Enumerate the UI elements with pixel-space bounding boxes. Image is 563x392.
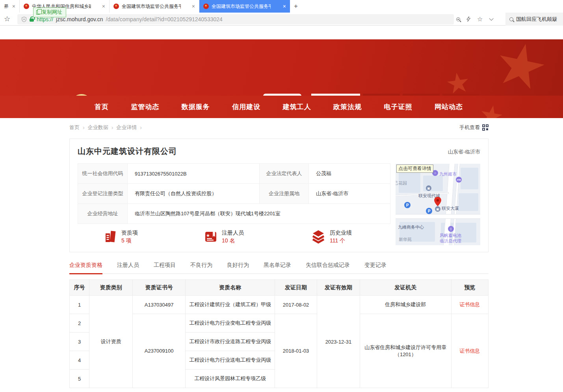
search-tab-project[interactable]: 建设项目 — [403, 94, 440, 96]
stat-history-performance[interactable]: 历史业绩 111 个 — [311, 229, 352, 244]
cert-no-cell: A137030497 — [133, 296, 185, 314]
col-seq: 序号 — [70, 280, 89, 296]
chevron-down-icon[interactable] — [489, 16, 494, 20]
browser-tab-active[interactable]: 全国建筑市场监管公共服务平台 × — [199, 0, 290, 13]
nav-item-data-service[interactable]: 数据服务 — [182, 102, 210, 111]
issue-date-cell: 2017-08-02 — [275, 296, 317, 314]
tab-good-behavior[interactable]: 良好行为 — [227, 262, 249, 274]
nav-item-certificate[interactable]: 电子证照 — [384, 102, 412, 111]
browser-tab-0[interactable]: 界 × — [0, 0, 20, 13]
tab-projects[interactable]: 工程项目 — [154, 262, 176, 274]
flag-star-decoration: ★ — [488, 39, 554, 96]
tab-qualifications[interactable]: 企业资质资格 — [69, 262, 102, 274]
cert-no-cell: A237009100 — [133, 314, 185, 388]
building-marker-icon: ▣ — [426, 185, 431, 191]
nav-item-policy[interactable]: 政策法规 — [333, 102, 362, 111]
breadcrumb-separator: › — [111, 124, 113, 131]
close-icon[interactable]: × — [12, 3, 15, 9]
breadcrumb-company-data[interactable]: 企业数据 — [88, 124, 108, 131]
authority-cell: 住房和城乡建设部 — [360, 296, 452, 314]
legal-representative-value: 公茂福 — [309, 164, 390, 184]
nav-item-workers[interactable]: 建筑工人 — [283, 102, 311, 111]
qual-name-cell: 工程设计市政行业道路工程专业丙级 — [185, 333, 275, 351]
search-tab-enterprise[interactable]: 建设工程企业 — [311, 94, 360, 96]
close-icon[interactable]: × — [192, 3, 195, 9]
nav-item-site-news[interactable]: 网站动态 — [435, 102, 463, 111]
stat-registered-personnel[interactable]: ★ 注册人员 10 名 — [204, 229, 244, 244]
business-address-value: 临沂市兰山区陶然路107号星河晶都（联安）现代城1号楼2201室 — [128, 204, 390, 224]
close-icon[interactable]: × — [102, 3, 105, 9]
map-label: 风帆蓄电池 — [440, 233, 461, 239]
tab-blacklist[interactable]: 黑名单记录 — [264, 262, 291, 274]
company-info-table: 统一社会信用代码 91371302675501022B 企业法定代表人 公茂福 … — [78, 163, 390, 224]
tab-title: 全国建筑市场监管公共服务平台 — [212, 3, 271, 10]
parking-icon: P — [426, 208, 432, 214]
qr-code — [263, 94, 301, 96]
breadcrumb: 首页 › 企业数据 › 企业详情 › — [69, 124, 142, 131]
field-label: 统一社会信用代码 — [78, 164, 128, 184]
qual-name-cell: 工程设计电力行业变电工程专业丙级 — [185, 314, 275, 333]
nav-item-home[interactable]: 首页 — [95, 102, 109, 111]
stat-label: 注册人员 — [222, 229, 244, 237]
copy-url-tooltip: 复制网址 — [33, 7, 66, 17]
registration-region-value: 山东省-临沂市 — [309, 184, 390, 204]
map-label: 九峰商务中心 — [398, 224, 424, 230]
certificate-info-link[interactable]: 证书信息 — [459, 301, 480, 307]
breadcrumb-home[interactable]: 首页 — [69, 124, 80, 131]
tab-change-records[interactable]: 变更记录 — [364, 262, 386, 274]
mobile-view-label: 手机查看 — [459, 124, 480, 131]
qual-name-cell: 工程设计风景园林工程专项乙级 — [185, 370, 275, 388]
company-summary-card: 山东中元建筑设计有限公司 山东省-临沂市 统一社会信用代码 9137130267… — [69, 139, 489, 252]
bookmark-star-icon[interactable]: ☆ — [4, 15, 10, 23]
atm-icon: ATM — [456, 177, 462, 183]
stat-qualifications[interactable]: 资质项 5 项 — [103, 229, 138, 244]
valid-until-cell: 2023-12-31 — [317, 296, 360, 388]
tab-dishonesty-records[interactable]: 失信联合惩戒记录 — [306, 262, 350, 274]
address-field[interactable]: https://jzsc.mohurd.gov.cn/data/company/… — [17, 14, 454, 24]
qualification-table: 序号 资质类别 资质证书号 资质名称 发证日期 发证有效期 发证机关 预览 1 … — [69, 279, 489, 388]
parking-icon: P — [404, 202, 411, 208]
stat-value: 10 名 — [222, 237, 244, 244]
location-map[interactable]: 点击可查看详情 ⌂ 九州超市 ATM 己花园 ▣ 联安现代城 ▣ 联安大厦 P … — [396, 164, 480, 245]
zoom-out-icon[interactable] — [456, 17, 460, 21]
credit-code-value: 91371302675501022B — [128, 164, 260, 184]
site-favicon-icon — [113, 4, 119, 9]
search-tab-personnel[interactable]: 从业人员 — [363, 94, 400, 96]
tab-bad-behavior[interactable]: 不良行为 — [190, 262, 212, 274]
map-label: 临沂总代理 — [440, 238, 461, 244]
shield-icon[interactable] — [21, 17, 27, 22]
lightning-icon[interactable] — [466, 16, 471, 22]
tab-title: 全国建筑市场监管公共服务平台 — [122, 3, 181, 10]
browser-tab-2[interactable]: 全国建筑市场监管公共服务平台 × — [110, 0, 199, 13]
certificate-info-link[interactable]: 证书信息 — [459, 348, 480, 354]
stat-label: 资质项 — [121, 229, 138, 237]
authority-cell: 山东省住房和城乡建设厅许可专用章（1201） — [360, 314, 452, 388]
tab-title: 界 — [4, 3, 9, 10]
close-icon[interactable]: × — [283, 3, 286, 9]
tab-registered-personnel[interactable]: 注册人员 — [117, 262, 139, 274]
nav-item-supervision[interactable]: 监管动态 — [131, 102, 159, 111]
browser-tab-bar: 界 × 中华人民共和国住房和城乡建设 × 全国建筑市场监管公共服务平台 × 全国… — [0, 0, 563, 13]
seq-cell: 3 — [70, 333, 89, 351]
breadcrumb-separator: › — [83, 124, 85, 131]
nav-item-credit[interactable]: 信用建设 — [232, 102, 260, 111]
issue-date-cell: 2018-01-03 — [275, 314, 317, 388]
browser-url-bar: ☆ https://jzsc.mohurd.gov.cn/data/compan… — [0, 13, 563, 26]
favorite-star-icon[interactable]: ☆ — [477, 15, 483, 23]
field-label: 企业注册属地 — [260, 184, 309, 204]
field-label: 企业经营地址 — [78, 204, 128, 224]
new-tab-button[interactable]: + — [290, 0, 302, 13]
flag-star-decoration: ★ — [477, 98, 507, 118]
col-valid-until: 发证有效期 — [317, 280, 360, 296]
quick-search-box[interactable]: 国航回应飞机颠簸 — [505, 13, 563, 26]
breadcrumb-company-detail[interactable]: 企业详情 — [116, 124, 137, 131]
company-detail-tabs: 企业资质资格 注册人员 工程项目 不良行为 良好行为 黑名单记录 失信联合惩戒记… — [69, 262, 489, 274]
main-navigation: ★ 首页 监管动态 数据服务 信用建设 建筑工人 政策法规 电子证照 网站动态 — [0, 96, 563, 118]
mobile-view-link[interactable]: 手机查看 — [449, 124, 489, 131]
tooltip-text: 复制网址 — [42, 9, 62, 16]
category-cell: 设计资质 — [89, 296, 133, 388]
location-pin-icon — [434, 197, 441, 207]
map-tooltip[interactable]: 点击可查看详情 — [396, 165, 433, 173]
table-row: 1 设计资质 A137030497 工程设计建筑行业（建筑工程）甲级 2017-… — [70, 296, 489, 314]
search-tab-credit[interactable]: 诚信记录 — [442, 94, 479, 96]
